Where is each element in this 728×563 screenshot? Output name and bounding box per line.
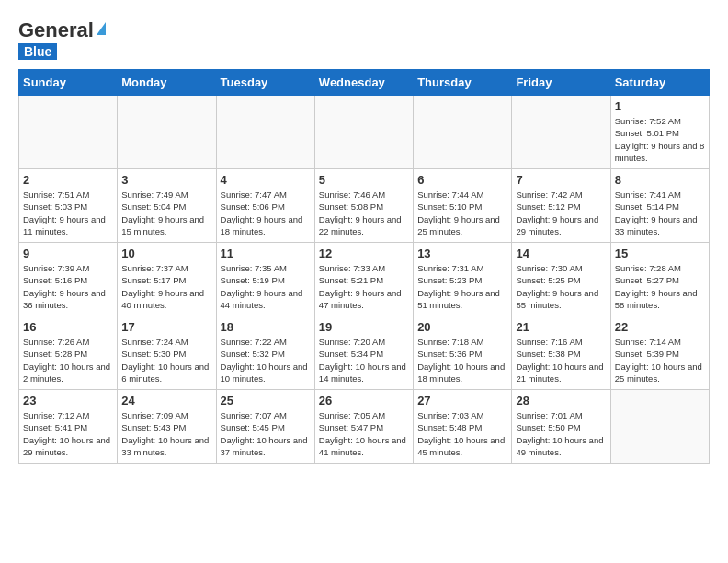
logo-blue-text: Blue [18, 43, 57, 60]
calendar-cell: 11Sunrise: 7:35 AM Sunset: 5:19 PM Dayli… [216, 243, 314, 316]
day-number: 16 [23, 320, 113, 334]
calendar-cell: 23Sunrise: 7:12 AM Sunset: 5:41 PM Dayli… [19, 390, 118, 464]
day-number: 14 [516, 247, 606, 260]
day-info: Sunrise: 7:14 AM Sunset: 5:39 PM Dayligh… [615, 336, 705, 385]
day-number: 19 [319, 320, 409, 334]
calendar-cell [118, 96, 216, 169]
day-info: Sunrise: 7:20 AM Sunset: 5:34 PM Dayligh… [319, 336, 409, 385]
calendar-header-sunday: Sunday [19, 70, 118, 96]
day-number: 9 [23, 247, 113, 260]
calendar-cell: 13Sunrise: 7:31 AM Sunset: 5:23 PM Dayli… [414, 243, 512, 316]
calendar-cell: 28Sunrise: 7:01 AM Sunset: 5:50 PM Dayli… [512, 390, 610, 464]
calendar-week-row: 9Sunrise: 7:39 AM Sunset: 5:16 PM Daylig… [19, 243, 710, 316]
day-number: 21 [516, 320, 606, 334]
calendar-cell: 16Sunrise: 7:26 AM Sunset: 5:28 PM Dayli… [19, 316, 118, 390]
calendar-cell [216, 96, 314, 169]
logo-general: General [18, 18, 94, 42]
day-info: Sunrise: 7:07 AM Sunset: 5:45 PM Dayligh… [221, 409, 311, 458]
day-number: 22 [615, 320, 705, 334]
day-info: Sunrise: 7:35 AM Sunset: 5:19 PM Dayligh… [221, 262, 311, 311]
calendar-cell: 24Sunrise: 7:09 AM Sunset: 5:43 PM Dayli… [118, 390, 216, 464]
day-number: 24 [121, 394, 211, 408]
day-info: Sunrise: 7:03 AM Sunset: 5:48 PM Dayligh… [417, 409, 507, 458]
day-info: Sunrise: 7:16 AM Sunset: 5:38 PM Dayligh… [516, 336, 606, 385]
day-info: Sunrise: 7:39 AM Sunset: 5:16 PM Dayligh… [23, 262, 113, 311]
calendar-table: SundayMondayTuesdayWednesdayThursdayFrid… [18, 69, 710, 464]
day-info: Sunrise: 7:31 AM Sunset: 5:23 PM Dayligh… [417, 262, 507, 311]
day-info: Sunrise: 7:37 AM Sunset: 5:17 PM Dayligh… [121, 262, 211, 311]
day-number: 28 [516, 394, 606, 408]
calendar-week-row: 1Sunrise: 7:52 AM Sunset: 5:01 PM Daylig… [19, 96, 710, 169]
day-info: Sunrise: 7:01 AM Sunset: 5:50 PM Dayligh… [516, 409, 606, 458]
calendar-cell: 26Sunrise: 7:05 AM Sunset: 5:47 PM Dayli… [314, 390, 413, 464]
calendar-cell: 2Sunrise: 7:51 AM Sunset: 5:03 PM Daylig… [19, 169, 118, 243]
calendar-cell: 12Sunrise: 7:33 AM Sunset: 5:21 PM Dayli… [314, 243, 413, 316]
calendar-cell: 22Sunrise: 7:14 AM Sunset: 5:39 PM Dayli… [610, 316, 709, 390]
day-number: 10 [121, 247, 211, 260]
calendar-cell: 25Sunrise: 7:07 AM Sunset: 5:45 PM Dayli… [216, 390, 314, 464]
day-number: 8 [615, 173, 705, 187]
calendar-header-row: SundayMondayTuesdayWednesdayThursdayFrid… [19, 70, 710, 96]
day-info: Sunrise: 7:46 AM Sunset: 5:08 PM Dayligh… [319, 189, 409, 237]
day-info: Sunrise: 7:52 AM Sunset: 5:01 PM Dayligh… [615, 115, 705, 164]
day-number: 12 [319, 247, 409, 260]
calendar-cell: 17Sunrise: 7:24 AM Sunset: 5:30 PM Dayli… [118, 316, 216, 390]
day-info: Sunrise: 7:24 AM Sunset: 5:30 PM Dayligh… [121, 336, 211, 385]
day-number: 20 [417, 320, 507, 334]
day-info: Sunrise: 7:30 AM Sunset: 5:25 PM Dayligh… [516, 262, 606, 311]
logo-triangle-icon [97, 22, 106, 35]
day-number: 17 [121, 320, 211, 334]
calendar-cell: 5Sunrise: 7:46 AM Sunset: 5:08 PM Daylig… [314, 169, 413, 243]
calendar-cell: 3Sunrise: 7:49 AM Sunset: 5:04 PM Daylig… [118, 169, 216, 243]
day-info: Sunrise: 7:09 AM Sunset: 5:43 PM Dayligh… [121, 409, 211, 458]
day-info: Sunrise: 7:44 AM Sunset: 5:10 PM Dayligh… [417, 189, 507, 237]
calendar-header-friday: Friday [512, 70, 610, 96]
day-info: Sunrise: 7:51 AM Sunset: 5:03 PM Dayligh… [23, 189, 113, 237]
day-number: 13 [417, 247, 507, 260]
calendar-header-tuesday: Tuesday [216, 70, 314, 96]
calendar-cell: 19Sunrise: 7:20 AM Sunset: 5:34 PM Dayli… [314, 316, 413, 390]
day-number: 18 [221, 320, 311, 334]
calendar-header-wednesday: Wednesday [314, 70, 413, 96]
day-number: 6 [417, 173, 507, 187]
page-header: General Blue [18, 18, 710, 60]
day-number: 7 [516, 173, 606, 187]
day-number: 4 [221, 173, 311, 187]
day-number: 11 [221, 247, 311, 260]
calendar-week-row: 2Sunrise: 7:51 AM Sunset: 5:03 PM Daylig… [19, 169, 710, 243]
calendar-cell [414, 96, 512, 169]
calendar-week-row: 16Sunrise: 7:26 AM Sunset: 5:28 PM Dayli… [19, 316, 710, 390]
day-number: 1 [615, 99, 705, 113]
day-number: 25 [221, 394, 311, 408]
day-info: Sunrise: 7:05 AM Sunset: 5:47 PM Dayligh… [319, 409, 409, 458]
calendar-cell [314, 96, 413, 169]
calendar-cell: 9Sunrise: 7:39 AM Sunset: 5:16 PM Daylig… [19, 243, 118, 316]
calendar-cell: 8Sunrise: 7:41 AM Sunset: 5:14 PM Daylig… [610, 169, 709, 243]
day-info: Sunrise: 7:41 AM Sunset: 5:14 PM Dayligh… [615, 189, 705, 237]
logo: General Blue [18, 18, 106, 60]
day-info: Sunrise: 7:18 AM Sunset: 5:36 PM Dayligh… [417, 336, 507, 385]
day-number: 27 [417, 394, 507, 408]
calendar-header-monday: Monday [118, 70, 216, 96]
day-number: 26 [319, 394, 409, 408]
day-info: Sunrise: 7:42 AM Sunset: 5:12 PM Dayligh… [516, 189, 606, 237]
calendar-cell: 15Sunrise: 7:28 AM Sunset: 5:27 PM Dayli… [610, 243, 709, 316]
calendar-cell [19, 96, 118, 169]
calendar-cell: 20Sunrise: 7:18 AM Sunset: 5:36 PM Dayli… [414, 316, 512, 390]
calendar-cell [610, 390, 709, 464]
day-info: Sunrise: 7:49 AM Sunset: 5:04 PM Dayligh… [121, 189, 211, 237]
day-number: 23 [23, 394, 113, 408]
day-info: Sunrise: 7:22 AM Sunset: 5:32 PM Dayligh… [221, 336, 311, 385]
calendar-header-thursday: Thursday [414, 70, 512, 96]
day-info: Sunrise: 7:47 AM Sunset: 5:06 PM Dayligh… [221, 189, 311, 237]
calendar-cell: 4Sunrise: 7:47 AM Sunset: 5:06 PM Daylig… [216, 169, 314, 243]
day-info: Sunrise: 7:12 AM Sunset: 5:41 PM Dayligh… [23, 409, 113, 458]
calendar-cell: 14Sunrise: 7:30 AM Sunset: 5:25 PM Dayli… [512, 243, 610, 316]
calendar-week-row: 23Sunrise: 7:12 AM Sunset: 5:41 PM Dayli… [19, 390, 710, 464]
calendar-cell: 1Sunrise: 7:52 AM Sunset: 5:01 PM Daylig… [610, 96, 709, 169]
calendar-cell: 7Sunrise: 7:42 AM Sunset: 5:12 PM Daylig… [512, 169, 610, 243]
calendar-cell: 27Sunrise: 7:03 AM Sunset: 5:48 PM Dayli… [414, 390, 512, 464]
day-number: 15 [615, 247, 705, 260]
day-number: 2 [23, 173, 113, 187]
calendar-cell: 21Sunrise: 7:16 AM Sunset: 5:38 PM Dayli… [512, 316, 610, 390]
